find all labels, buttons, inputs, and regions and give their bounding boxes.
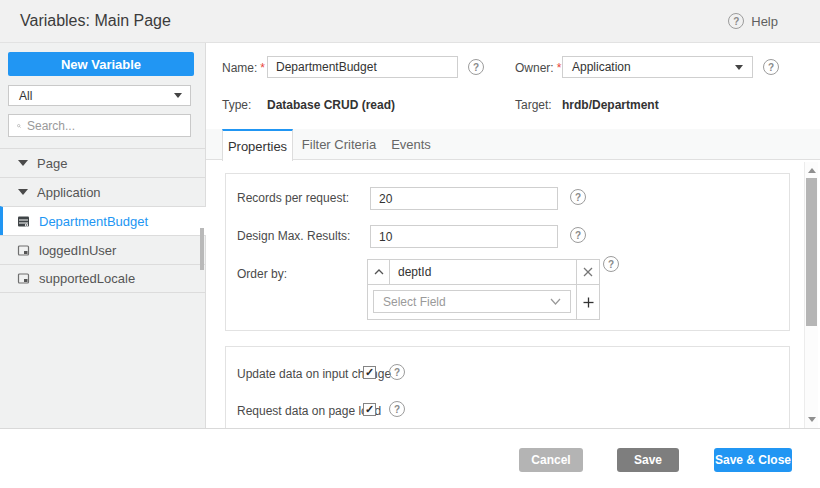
tab-properties[interactable]: Properties — [222, 129, 293, 161]
target-value: hrdb/Department — [562, 98, 659, 112]
required-marker: * — [260, 61, 265, 75]
close-icon — [583, 267, 593, 277]
tree-group-application[interactable]: Application — [0, 177, 206, 206]
design-max-results-label: Design Max. Results: — [237, 229, 350, 243]
collapse-triangle-icon — [18, 160, 28, 166]
records-per-request-label: Records per request: — [237, 191, 349, 205]
owner-value: Application — [572, 60, 631, 74]
order-by-row: deptId — [368, 260, 577, 285]
records-per-request-help-icon[interactable] — [570, 189, 586, 205]
data-settings-group: Records per request: Design Max. Results… — [225, 173, 790, 331]
request-data-help-icon[interactable] — [389, 401, 405, 417]
name-help-icon[interactable] — [468, 59, 484, 75]
order-by-field-value[interactable]: deptId — [390, 260, 576, 284]
tree-item-supportedlocale[interactable]: supportedLocale — [0, 264, 206, 293]
dialog-header: Variables: Main Page Help — [0, 0, 820, 43]
search-box — [8, 114, 191, 137]
select-field-placeholder: Select Field — [383, 295, 446, 309]
sort-direction-button[interactable] — [368, 260, 390, 284]
variables-dialog: Variables: Main Page Help New Variable A… — [0, 0, 820, 488]
tab-filter-criteria[interactable]: Filter Criteria — [293, 129, 385, 160]
tree-group-label: Page — [37, 156, 67, 171]
name-label: Name:* — [222, 61, 265, 75]
variables-tree: Page Application DepartmentBudget — [0, 148, 206, 293]
scroll-up-arrow-icon[interactable] — [808, 168, 816, 173]
save-and-close-button[interactable]: Save & Close — [714, 448, 792, 472]
chevron-up-icon — [374, 269, 384, 275]
target-label: Target: — [515, 98, 552, 112]
save-button[interactable]: Save — [617, 448, 679, 472]
behavior-settings-group: Update data on input change Request data… — [225, 346, 790, 428]
search-input[interactable] — [27, 119, 182, 133]
chevron-down-icon — [550, 298, 561, 305]
owner-help-icon[interactable] — [763, 59, 779, 75]
order-by-add-row: Select Field — [368, 285, 577, 319]
tree-item-label: supportedLocale — [39, 271, 135, 286]
design-max-results-input[interactable] — [370, 225, 558, 248]
name-input[interactable] — [267, 56, 458, 78]
chevron-down-icon — [174, 93, 182, 98]
owner-label: Owner:* — [515, 61, 561, 75]
tree-item-label: loggedInUser — [39, 243, 116, 258]
crud-variable-icon — [17, 215, 30, 228]
select-field-dropdown[interactable]: Select Field — [373, 290, 571, 313]
panel-scrollbar[interactable] — [804, 162, 818, 428]
tab-events[interactable]: Events — [385, 129, 437, 160]
cancel-button[interactable]: Cancel — [519, 448, 583, 472]
update-data-help-icon[interactable] — [389, 364, 405, 380]
tree-group-label: Application — [37, 185, 101, 200]
remove-order-field-button[interactable] — [577, 260, 599, 285]
variable-filter-select[interactable]: All — [8, 85, 191, 106]
required-marker: * — [557, 61, 562, 75]
design-max-results-help-icon[interactable] — [570, 227, 586, 243]
plus-icon — [583, 297, 594, 308]
page-title: Variables: Main Page — [20, 0, 171, 42]
sidebar-scrollbar-thumb[interactable] — [200, 228, 204, 270]
collapse-triangle-icon — [18, 189, 28, 195]
tree-item-loggedinuser[interactable]: loggedInUser — [0, 235, 206, 264]
add-order-field-button[interactable] — [577, 285, 599, 319]
scrollbar-thumb[interactable] — [806, 178, 817, 326]
request-data-on-page-load-label: Request data on page load — [237, 404, 381, 418]
help-link[interactable]: Help — [728, 0, 778, 42]
update-data-on-input-change-checkbox[interactable] — [363, 366, 376, 379]
variable-filter-value: All — [19, 89, 32, 103]
static-variable-icon — [17, 272, 30, 285]
search-icon — [17, 120, 21, 132]
static-variable-icon — [17, 244, 30, 257]
type-label: Type: — [222, 98, 251, 112]
scroll-down-arrow-icon[interactable] — [808, 417, 816, 422]
tree-item-departmentbudget[interactable]: DepartmentBudget — [0, 206, 206, 235]
type-value: Database CRUD (read) — [267, 98, 395, 112]
help-icon — [728, 13, 744, 29]
order-by-widget: deptId Select Field — [367, 259, 600, 320]
records-per-request-input[interactable] — [370, 187, 558, 210]
new-variable-button[interactable]: New Variable — [8, 52, 194, 76]
variables-sidebar: New Variable All Page Application — [0, 43, 206, 428]
order-by-label: Order by: — [237, 267, 287, 281]
request-data-on-page-load-checkbox[interactable] — [363, 403, 376, 416]
dialog-footer: Cancel Save Save & Close — [0, 428, 820, 488]
help-label: Help — [751, 14, 778, 29]
tree-group-page[interactable]: Page — [0, 148, 206, 177]
owner-select[interactable]: Application — [562, 56, 753, 78]
tree-item-label: DepartmentBudget — [39, 214, 148, 229]
chevron-down-icon — [735, 65, 743, 70]
order-by-help-icon[interactable] — [603, 256, 619, 272]
